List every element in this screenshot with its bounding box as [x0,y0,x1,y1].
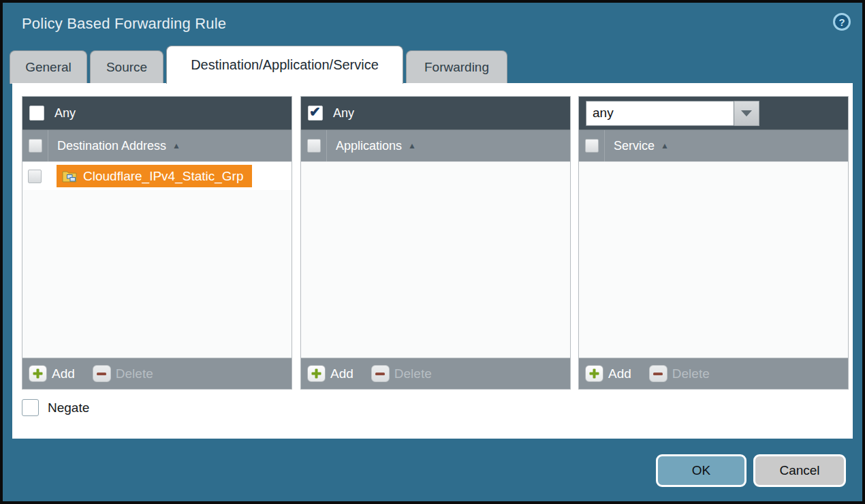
tab-content-panel: ✔ Any Destination Address ▲ [12,83,853,439]
service-column-header[interactable]: Service [614,139,655,153]
minus-icon [93,365,111,382]
service-footer: Add Delete [579,358,848,389]
chevron-down-icon[interactable] [734,101,759,126]
checkmark-icon: ✔ [309,104,321,120]
applications-footer: Add Delete [301,358,570,389]
service-delete-button[interactable]: Delete [649,365,710,382]
applications-any-checkbox[interactable]: ✔ [308,106,323,121]
applications-select-all-checkbox[interactable] [307,139,321,153]
table-row[interactable]: Cloudflare_IPv4_Static_Grp [22,162,292,190]
destination-select-all-checkbox[interactable] [29,139,42,153]
service-dropdown[interactable]: any [586,101,759,126]
negate-row: Negate [22,399,89,416]
minus-icon [371,365,390,382]
service-list [579,161,848,358]
address-group-icon [62,170,77,183]
cancel-button[interactable]: Cancel [753,454,846,487]
tab-forwarding[interactable]: Forwarding [406,50,507,84]
destination-any-checkbox[interactable]: ✔ [29,106,44,121]
destination-footer: Add Delete [22,358,292,389]
service-add-button[interactable]: Add [585,365,631,382]
ok-button[interactable]: OK [656,454,746,487]
sort-asc-icon[interactable]: ▲ [408,141,416,151]
service-dropdown-value[interactable]: any [586,101,734,126]
destination-address-list: Cloudflare_IPv4_Static_Grp [22,161,292,358]
help-icon[interactable]: ? [832,12,851,31]
svg-text:?: ? [838,16,845,28]
service-any-bar: any [579,97,848,129]
applications-column-header[interactable]: Applications [336,139,402,153]
screenshot-frame: Policy Based Forwarding Rule ? General S… [0,0,865,504]
service-select-all-checkbox[interactable] [585,139,599,153]
pbf-rule-dialog: Policy Based Forwarding Rule ? General S… [3,3,862,501]
sort-asc-icon[interactable]: ▲ [172,141,180,151]
tab-general[interactable]: General [10,50,87,84]
applications-any-bar: ✔ Any [301,97,570,129]
plus-icon [307,365,326,382]
tab-destination-application-service[interactable]: Destination/Application/Service [166,46,403,84]
service-panel: any Service ▲ Add [578,96,849,390]
destination-address-header-row: Destination Address ▲ [22,129,292,161]
applications-add-button[interactable]: Add [307,365,353,382]
destination-address-column-header[interactable]: Destination Address [57,139,166,153]
sort-asc-icon[interactable]: ▲ [661,141,669,151]
plus-icon [29,365,47,382]
destination-any-label: Any [54,106,76,121]
dialog-title: Policy Based Forwarding Rule [22,15,226,33]
destination-address-panel: ✔ Any Destination Address ▲ [22,96,292,390]
plus-icon [585,365,603,382]
row-checkbox[interactable] [28,170,42,183]
minus-icon [649,365,667,382]
applications-list [301,161,570,358]
negate-checkbox[interactable] [22,399,39,416]
negate-label: Negate [48,400,89,415]
service-header-row: Service ▲ [579,129,848,161]
destination-delete-button[interactable]: Delete [93,365,153,382]
applications-delete-button[interactable]: Delete [371,365,432,382]
applications-panel: ✔ Any Applications ▲ Add [300,96,571,390]
destination-add-button[interactable]: Add [29,365,75,382]
applications-any-label: Any [333,106,354,121]
destination-any-bar: ✔ Any [22,97,292,129]
row-label: Cloudflare_IPv4_Static_Grp [83,169,244,184]
tab-source[interactable]: Source [90,50,163,84]
selected-address-cell[interactable]: Cloudflare_IPv4_Static_Grp [57,165,252,187]
applications-header-row: Applications ▲ [301,129,570,161]
